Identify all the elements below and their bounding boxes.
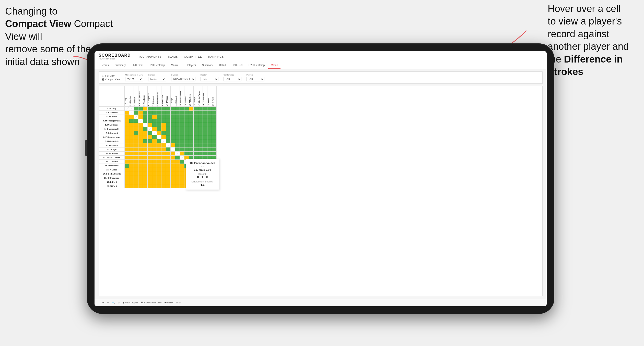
matrix-cell[interactable]: [143, 135, 148, 139]
matrix-cell[interactable]: [152, 111, 157, 115]
matrix-cell[interactable]: [157, 168, 161, 172]
matrix-cell[interactable]: [157, 160, 161, 164]
matrix-cell[interactable]: [129, 152, 134, 156]
matrix-cell[interactable]: [148, 111, 152, 115]
matrix-cell[interactable]: [134, 107, 138, 111]
matrix-cell[interactable]: [212, 111, 217, 115]
matrix-cell[interactable]: [157, 111, 161, 115]
matrix-cell[interactable]: [157, 107, 161, 111]
matrix-cell[interactable]: [184, 107, 189, 111]
matrix-cell[interactable]: [134, 131, 138, 135]
matrix-cell[interactable]: [148, 143, 152, 147]
matrix-cell[interactable]: [207, 111, 212, 115]
matrix-cell[interactable]: [134, 152, 138, 156]
nav-tournaments[interactable]: TOURNAMENTS: [138, 55, 161, 58]
matrix-cell[interactable]: [148, 160, 152, 164]
matrix-cell[interactable]: [161, 156, 166, 160]
matrix-cell[interactable]: [166, 168, 171, 172]
matrix-cell[interactable]: [175, 135, 180, 139]
matrix-cell[interactable]: [129, 115, 134, 119]
matrix-cell[interactable]: [134, 168, 138, 172]
matrix-cell[interactable]: [138, 168, 143, 172]
matrix-cell[interactable]: [148, 176, 152, 180]
matrix-cell[interactable]: [152, 127, 157, 131]
matrix-cell[interactable]: [161, 143, 166, 147]
compact-view-option[interactable]: Compact View: [102, 78, 120, 81]
matrix-cell[interactable]: [166, 164, 171, 168]
matrix-cell[interactable]: [184, 152, 189, 156]
matrix-cell[interactable]: [143, 168, 148, 172]
matrix-cell[interactable]: [212, 143, 217, 147]
matrix-cell[interactable]: [134, 139, 138, 143]
matrix-cell[interactable]: [134, 180, 138, 184]
matrix-cell[interactable]: [180, 143, 184, 147]
matrix-cell[interactable]: [157, 139, 161, 143]
matrix-cell[interactable]: [171, 135, 175, 139]
matrix-cell[interactable]: [125, 123, 129, 127]
matrix-cell[interactable]: [161, 168, 166, 172]
matrix-cell[interactable]: [157, 152, 161, 156]
matrix-cell[interactable]: [189, 131, 194, 135]
matrix-cell[interactable]: [198, 107, 203, 111]
tab-players[interactable]: Players: [185, 62, 198, 69]
matrix-cell[interactable]: [138, 164, 143, 168]
matrix-cell[interactable]: [184, 135, 189, 139]
matrix-cell[interactable]: [171, 119, 175, 123]
matrix-cell[interactable]: [161, 180, 166, 184]
matrix-cell[interactable]: [161, 172, 166, 176]
matrix-cell[interactable]: [143, 156, 148, 160]
matrix-cell[interactable]: [161, 139, 166, 143]
matrix-cell[interactable]: [161, 123, 166, 127]
matrix-cell[interactable]: [148, 184, 152, 188]
matrix-cell[interactable]: [180, 123, 184, 127]
matrix-cell[interactable]: [212, 123, 217, 127]
matrix-cell[interactable]: [189, 115, 194, 119]
matrix-cell[interactable]: [189, 111, 194, 115]
matrix-cell[interactable]: [152, 172, 157, 176]
matrix-cell[interactable]: [161, 111, 166, 115]
matrix-cell[interactable]: [166, 152, 171, 156]
matrix-cell[interactable]: [194, 139, 198, 143]
matrix-cell[interactable]: [166, 107, 171, 111]
matrix-cell[interactable]: [171, 131, 175, 135]
matrix-cell[interactable]: [125, 127, 129, 131]
matrix-cell[interactable]: [180, 176, 184, 180]
matrix-cell[interactable]: [143, 152, 148, 156]
matrix-cell[interactable]: [134, 147, 138, 152]
matrix-cell[interactable]: [134, 160, 138, 164]
matrix-cell[interactable]: [171, 184, 175, 188]
matrix-cell[interactable]: [152, 135, 157, 139]
matrix-cell[interactable]: [175, 180, 180, 184]
max-players-select[interactable]: Top 25: [125, 77, 143, 81]
matrix-cell[interactable]: [148, 180, 152, 184]
matrix-cell[interactable]: [157, 135, 161, 139]
matrix-cell[interactable]: [138, 180, 143, 184]
matrix-cell[interactable]: [125, 180, 129, 184]
matrix-cell[interactable]: [157, 127, 161, 131]
matrix-cell[interactable]: [125, 119, 129, 123]
full-view-radio[interactable]: [102, 75, 104, 77]
tab-summary-left[interactable]: Summary: [112, 62, 128, 69]
matrix-cell[interactable]: [138, 160, 143, 164]
matrix-cell[interactable]: [180, 119, 184, 123]
matrix-cell[interactable]: [166, 131, 171, 135]
matrix-cell[interactable]: [212, 131, 217, 135]
matrix-cell[interactable]: [134, 119, 138, 123]
matrix-cell[interactable]: [161, 152, 166, 156]
matrix-cell[interactable]: [134, 135, 138, 139]
matrix-cell[interactable]: [157, 184, 161, 188]
matrix-cell[interactable]: [157, 147, 161, 152]
matrix-cell[interactable]: [194, 152, 198, 156]
matrix-cell[interactable]: [180, 172, 184, 176]
matrix-cell[interactable]: [180, 139, 184, 143]
matrix-cell[interactable]: [125, 143, 129, 147]
matrix-cell[interactable]: [138, 107, 143, 111]
matrix-cell[interactable]: [166, 115, 171, 119]
save-custom-button[interactable]: 💾 Save Custom View: [141, 302, 161, 304]
matrix-cell[interactable]: [125, 131, 129, 135]
matrix-cell[interactable]: [166, 127, 171, 131]
matrix-cell[interactable]: [212, 152, 217, 156]
matrix-cell[interactable]: [157, 176, 161, 180]
matrix-cell[interactable]: [175, 176, 180, 180]
matrix-cell[interactable]: [161, 115, 166, 119]
